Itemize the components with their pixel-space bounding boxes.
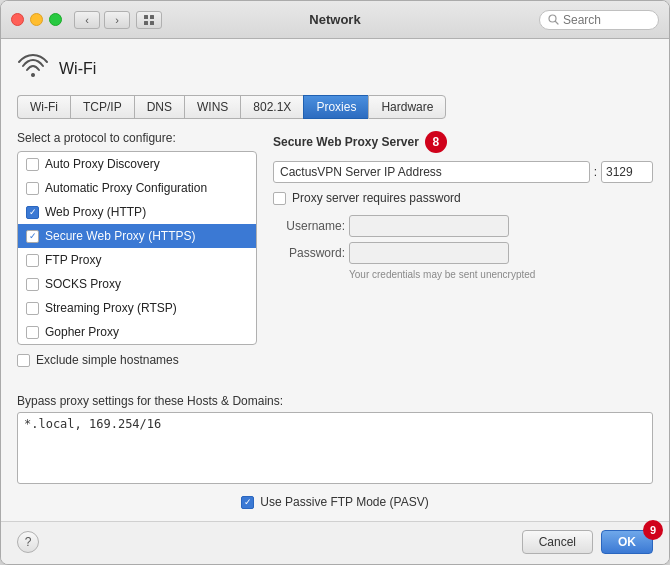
svg-rect-3 [150, 21, 154, 25]
badge-8: 8 [425, 131, 447, 153]
wifi-header: Wi-Fi [17, 53, 653, 85]
cancel-button[interactable]: Cancel [522, 530, 593, 554]
svg-line-5 [556, 22, 559, 25]
network-window: ‹ › Network [0, 0, 670, 565]
protocol-list: 7 Auto Proxy Discovery Automatic Proxy C… [17, 151, 257, 345]
bypass-textarea[interactable]: *.local, 169.254/16 [17, 412, 653, 484]
tab-dot1x[interactable]: 802.1X [240, 95, 303, 119]
protocol-label-rtsp: Streaming Proxy (RTSP) [45, 301, 177, 315]
protocol-label-ftp: FTP Proxy [45, 253, 101, 267]
colon-separator: : [594, 165, 597, 179]
nav-buttons: ‹ › [74, 11, 130, 29]
username-row: Username: [277, 215, 653, 237]
protocol-item-http[interactable]: ✓ Web Proxy (HTTP) [18, 200, 256, 224]
checkbox-auto[interactable] [26, 158, 39, 171]
protocol-item-gopher[interactable]: Gopher Proxy [18, 320, 256, 344]
maximize-button[interactable] [49, 13, 62, 26]
checkbox-password[interactable] [273, 192, 286, 205]
checkbox-ftp[interactable] [26, 254, 39, 267]
ok-wrapper: 9 OK [601, 530, 653, 554]
back-button[interactable]: ‹ [74, 11, 100, 29]
wifi-icon [17, 53, 49, 85]
badge-9: 9 [643, 520, 663, 540]
help-button[interactable]: ? [17, 531, 39, 553]
svg-rect-0 [144, 15, 148, 19]
traffic-lights [11, 13, 62, 26]
tabs-bar: Wi-Fi TCP/IP DNS WINS 802.1X Proxies Har… [17, 95, 653, 119]
username-input[interactable] [349, 215, 509, 237]
main-area: Select a protocol to configure: 7 Auto P… [17, 131, 653, 386]
password-field-label: Password: [277, 246, 345, 260]
protocol-label-socks: SOCKS Proxy [45, 277, 121, 291]
pasv-row: ✓ Use Passive FTP Mode (PASV) [17, 495, 653, 509]
protocol-item-socks[interactable]: SOCKS Proxy [18, 272, 256, 296]
svg-rect-2 [144, 21, 148, 25]
titlebar: ‹ › Network [1, 1, 669, 39]
exclude-label: Exclude simple hostnames [36, 353, 179, 367]
password-label: Proxy server requires password [292, 191, 461, 205]
credentials-section: Username: Password: Your credentials may… [277, 215, 653, 280]
checkbox-rtsp[interactable] [26, 302, 39, 315]
protocol-item-ftp[interactable]: FTP Proxy [18, 248, 256, 272]
tab-proxies[interactable]: Proxies [303, 95, 368, 119]
pasv-label: Use Passive FTP Mode (PASV) [260, 495, 428, 509]
checkbox-autoconfig[interactable] [26, 182, 39, 195]
protocol-label-autoconfig: Automatic Proxy Configuration [45, 181, 207, 195]
right-panel: Secure Web Proxy Server 8 : Proxy server… [273, 131, 653, 386]
proxy-server-title: Secure Web Proxy Server [273, 135, 419, 149]
forward-button[interactable]: › [104, 11, 130, 29]
minimize-button[interactable] [30, 13, 43, 26]
tab-wifi[interactable]: Wi-Fi [17, 95, 70, 119]
exclude-row: Exclude simple hostnames [17, 353, 257, 367]
tab-hardware[interactable]: Hardware [368, 95, 446, 119]
checkbox-gopher[interactable] [26, 326, 39, 339]
password-field-row: Password: [277, 242, 653, 264]
unencrypted-note: Your credentials may be sent unencrypted [349, 269, 653, 280]
wifi-label: Wi-Fi [59, 60, 96, 78]
checkmark-http: ✓ [29, 208, 37, 217]
proxy-server-header: Secure Web Proxy Server 8 [273, 131, 653, 153]
protocol-item-https[interactable]: ✓ Secure Web Proxy (HTTPS) [18, 224, 256, 248]
checkmark-pasv: ✓ [244, 497, 252, 507]
username-label: Username: [277, 219, 345, 233]
port-input[interactable] [601, 161, 653, 183]
left-panel: Select a protocol to configure: 7 Auto P… [17, 131, 257, 386]
server-input-row: : [273, 161, 653, 183]
svg-point-6 [31, 73, 35, 77]
tab-wins[interactable]: WINS [184, 95, 240, 119]
window-title: Network [309, 12, 360, 27]
content-area: Wi-Fi Wi-Fi TCP/IP DNS WINS 802.1X Proxi… [1, 39, 669, 521]
close-button[interactable] [11, 13, 24, 26]
checkmark-https: ✓ [29, 232, 37, 241]
bypass-label: Bypass proxy settings for these Hosts & … [17, 394, 653, 408]
protocol-label-auto: Auto Proxy Discovery [45, 157, 160, 171]
search-icon [548, 14, 559, 25]
grid-button[interactable] [136, 11, 162, 29]
protocol-item-rtsp[interactable]: Streaming Proxy (RTSP) [18, 296, 256, 320]
checkbox-socks[interactable] [26, 278, 39, 291]
footer: ? Cancel 9 OK [1, 521, 669, 564]
search-input[interactable] [563, 13, 643, 27]
tab-dns[interactable]: DNS [134, 95, 184, 119]
protocol-item-autoconfig[interactable]: Automatic Proxy Configuration [18, 176, 256, 200]
checkbox-http[interactable]: ✓ [26, 206, 39, 219]
tab-tcpip[interactable]: TCP/IP [70, 95, 134, 119]
password-row: Proxy server requires password [273, 191, 653, 205]
protocol-label-http: Web Proxy (HTTP) [45, 205, 146, 219]
protocol-label-https: Secure Web Proxy (HTTPS) [45, 229, 195, 243]
search-box[interactable] [539, 10, 659, 30]
checkbox-pasv[interactable]: ✓ [241, 496, 254, 509]
svg-rect-1 [150, 15, 154, 19]
checkbox-https[interactable]: ✓ [26, 230, 39, 243]
bottom-section: Bypass proxy settings for these Hosts & … [17, 394, 653, 509]
protocol-item-auto[interactable]: Auto Proxy Discovery [18, 152, 256, 176]
password-field-input[interactable] [349, 242, 509, 264]
server-address-input[interactable] [273, 161, 590, 183]
protocol-header: Select a protocol to configure: [17, 131, 257, 145]
footer-buttons: Cancel 9 OK [522, 530, 653, 554]
protocol-label-gopher: Gopher Proxy [45, 325, 119, 339]
checkbox-exclude[interactable] [17, 354, 30, 367]
svg-point-4 [549, 15, 556, 22]
